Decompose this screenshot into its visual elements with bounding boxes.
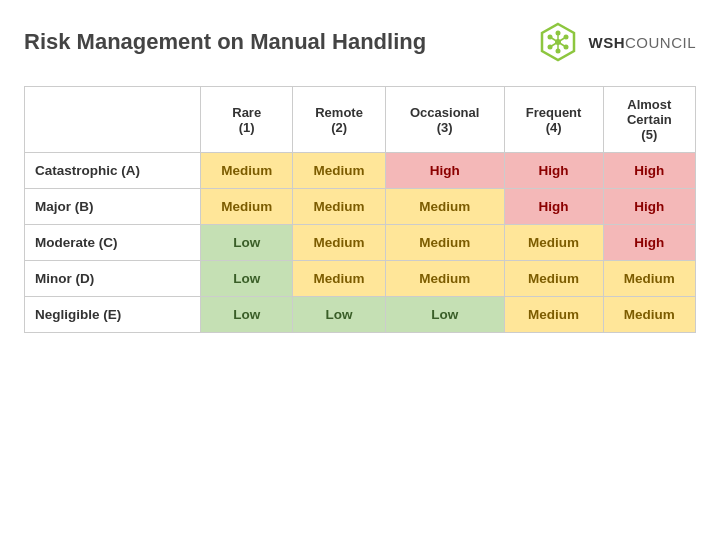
- table-row: Negligible (E)LowLowLowMediumMedium: [25, 297, 696, 333]
- row-label-1: Major (B): [25, 189, 201, 225]
- header-empty: [25, 87, 201, 153]
- cell-r3-c3: Medium: [504, 261, 603, 297]
- table-row: Major (B)MediumMediumMediumHighHigh: [25, 189, 696, 225]
- cell-r3-c2: Medium: [385, 261, 504, 297]
- cell-r3-c4: Medium: [603, 261, 695, 297]
- cell-r4-c0: Low: [201, 297, 293, 333]
- cell-r2-c1: Medium: [293, 225, 385, 261]
- header-frequent: Frequent(4): [504, 87, 603, 153]
- cell-r4-c2: Low: [385, 297, 504, 333]
- cell-r0-c3: High: [504, 153, 603, 189]
- cell-r0-c0: Medium: [201, 153, 293, 189]
- cell-r1-c1: Medium: [293, 189, 385, 225]
- cell-r0-c2: High: [385, 153, 504, 189]
- cell-r3-c1: Medium: [293, 261, 385, 297]
- cell-r3-c0: Low: [201, 261, 293, 297]
- header-almost-certain: AlmostCertain(5): [603, 87, 695, 153]
- page-title: Risk Management on Manual Handling: [24, 29, 426, 55]
- risk-matrix-table: Rare(1) Remote(2) Occasional(3) Frequent…: [24, 86, 696, 333]
- cell-r4-c3: Medium: [504, 297, 603, 333]
- cell-r1-c2: Medium: [385, 189, 504, 225]
- table-row: Minor (D)LowMediumMediumMediumMedium: [25, 261, 696, 297]
- row-label-4: Negligible (E): [25, 297, 201, 333]
- cell-r4-c1: Low: [293, 297, 385, 333]
- table-row: Moderate (C)LowMediumMediumMediumHigh: [25, 225, 696, 261]
- logo-council: COUNCIL: [625, 34, 696, 51]
- header: Risk Management on Manual Handling: [24, 20, 696, 64]
- wsh-logo-icon: [536, 20, 580, 64]
- cell-r2-c0: Low: [201, 225, 293, 261]
- row-label-0: Catastrophic (A): [25, 153, 201, 189]
- page-container: Risk Management on Manual Handling: [0, 0, 720, 540]
- cell-r2-c2: Medium: [385, 225, 504, 261]
- cell-r2-c3: Medium: [504, 225, 603, 261]
- row-label-2: Moderate (C): [25, 225, 201, 261]
- cell-r0-c4: High: [603, 153, 695, 189]
- cell-r1-c4: High: [603, 189, 695, 225]
- cell-r1-c3: High: [504, 189, 603, 225]
- cell-r1-c0: Medium: [201, 189, 293, 225]
- logo-text: WSHCOUNCIL: [588, 34, 696, 51]
- cell-r2-c4: High: [603, 225, 695, 261]
- row-label-3: Minor (D): [25, 261, 201, 297]
- logo-area: WSHCOUNCIL: [536, 20, 696, 64]
- header-occasional: Occasional(3): [385, 87, 504, 153]
- header-rare: Rare(1): [201, 87, 293, 153]
- logo-wsh: WSH: [588, 34, 625, 51]
- table-row: Catastrophic (A)MediumMediumHighHighHigh: [25, 153, 696, 189]
- cell-r0-c1: Medium: [293, 153, 385, 189]
- cell-r4-c4: Medium: [603, 297, 695, 333]
- header-remote: Remote(2): [293, 87, 385, 153]
